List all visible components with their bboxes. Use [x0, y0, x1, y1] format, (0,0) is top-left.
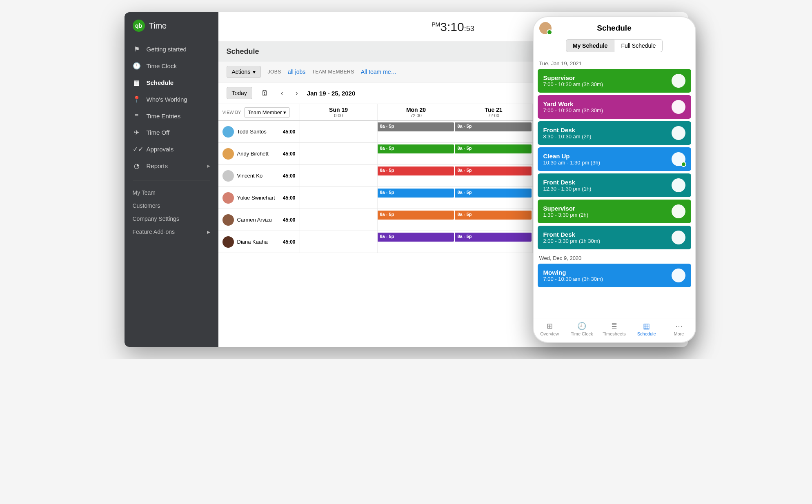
- sidebar-item-label: Company Settings: [133, 215, 179, 222]
- actions-button[interactable]: Actions ▾: [227, 66, 261, 78]
- shift-cell[interactable]: 8a - 5p: [455, 187, 533, 209]
- today-button[interactable]: Today: [227, 87, 252, 99]
- shift-block[interactable]: 8a - 5p: [378, 167, 454, 175]
- shift-block[interactable]: 8a - 5p: [455, 211, 532, 220]
- shift-block[interactable]: 8a - 5p: [455, 122, 532, 131]
- prev-week-button[interactable]: ‹: [278, 87, 287, 99]
- sidebar-item-who-s-working[interactable]: 📍Who's Working: [125, 91, 218, 108]
- sidebar-item-customers[interactable]: Customers: [125, 199, 218, 212]
- shift-cell[interactable]: 8a - 5p: [455, 231, 533, 253]
- mobile-nav-time-clock[interactable]: 🕘Time Clock: [566, 322, 598, 336]
- shift-block[interactable]: 8a - 5p: [455, 189, 532, 198]
- shift-cell[interactable]: 8a - 5p: [378, 165, 455, 187]
- card-subtitle: 12:30 - 1:30 pm (1h): [543, 186, 672, 192]
- mobile-nav-overview[interactable]: ⊞Overview: [534, 322, 566, 336]
- next-week-button[interactable]: ›: [292, 87, 301, 99]
- member-cell[interactable]: Yukie Swinehart45:00: [218, 187, 300, 209]
- clock-main: 3:10: [440, 20, 464, 33]
- sidebar-item-feature-add-ons[interactable]: Feature Add-ons▶: [125, 225, 218, 238]
- day-header[interactable]: Tue 2172:00: [455, 104, 533, 120]
- day-label: Tue 21: [455, 107, 532, 113]
- team-filter-label: TEAM MEMBERS: [312, 69, 354, 75]
- sidebar-item-getting-started[interactable]: ⚑Getting started: [125, 41, 218, 58]
- time-clock-icon: 🕘: [133, 62, 141, 70]
- member-name: Carmen Arvizu: [237, 217, 280, 223]
- sidebar-item-company-settings[interactable]: Company Settings: [125, 212, 218, 225]
- mobile-nav-label: More: [674, 331, 684, 336]
- member-name: Todd Santos: [237, 129, 280, 135]
- mobile-body[interactable]: Tue, Jan 19, 2021Supervisor7:00 - 10:30 …: [534, 57, 695, 318]
- avatar: [222, 236, 234, 248]
- team-filter-value[interactable]: All team me…: [361, 69, 397, 75]
- schedule-card[interactable]: Yard Work7:00 - 10:30 am (3h 30m): [538, 95, 691, 119]
- schedule-card[interactable]: Front Desk12:30 - 1:30 pm (1h): [538, 173, 691, 197]
- sidebar-item-time-entries[interactable]: ≡Time Entries: [125, 108, 218, 124]
- member-cell[interactable]: Carmen Arvizu45:00: [218, 209, 300, 231]
- jobs-filter-value[interactable]: all jobs: [288, 69, 306, 75]
- card-avatar: [672, 178, 685, 192]
- card-subtitle: 7:00 - 10:30 am (3h 30m): [543, 107, 672, 113]
- shift-cell[interactable]: 8a - 5p: [378, 143, 455, 164]
- shift-block[interactable]: 8a - 5p: [378, 144, 454, 153]
- day-header[interactable]: Mon 2072:00: [378, 104, 455, 120]
- calendar-icon[interactable]: 🗓: [258, 87, 272, 99]
- schedule-card[interactable]: Supervisor7:00 - 10:30 am (3h 30m): [538, 69, 691, 93]
- sidebar-item-approvals[interactable]: ✓✓Approvals: [125, 141, 218, 158]
- shift-block[interactable]: 8a - 5p: [455, 144, 532, 153]
- shift-cell[interactable]: [300, 121, 378, 142]
- shift-block[interactable]: 8a - 5p: [378, 233, 454, 242]
- chevron-right-icon: ▶: [207, 164, 210, 168]
- user-avatar[interactable]: [539, 22, 552, 34]
- schedule-card[interactable]: Front Desk2:00 - 3:30 pm (1h 30m): [538, 226, 691, 249]
- sidebar-item-time-off[interactable]: ✈Time Off: [125, 124, 218, 141]
- tab-full-schedule[interactable]: Full Schedule: [614, 39, 663, 52]
- shift-cell[interactable]: 8a - 5p: [378, 187, 455, 209]
- mobile-nav-more[interactable]: ⋯More: [663, 322, 695, 336]
- shift-cell[interactable]: [300, 231, 378, 253]
- card-title: Front Desk: [543, 231, 672, 238]
- shift-cell[interactable]: 8a - 5p: [455, 121, 533, 142]
- sidebar-item-schedule[interactable]: ▦Schedule: [125, 74, 218, 91]
- shift-cell[interactable]: 8a - 5p: [455, 165, 533, 187]
- card-subtitle: 1:30 - 3:30 pm (2h): [543, 212, 672, 218]
- shift-block[interactable]: 8a - 5p: [378, 189, 454, 198]
- shift-cell[interactable]: [300, 143, 378, 164]
- member-cell[interactable]: Andy Birchett45:00: [218, 143, 300, 164]
- schedule-card[interactable]: Mowing7:00 - 10:30 am (3h 30m): [538, 264, 691, 287]
- shift-cell[interactable]: 8a - 5p: [455, 209, 533, 231]
- shift-cell[interactable]: 8a - 5p: [378, 121, 455, 142]
- mobile-nav-timesheets[interactable]: ≣Timesheets: [598, 322, 630, 336]
- sidebar-item-my-team[interactable]: My Team: [125, 186, 218, 199]
- member-hours: 45:00: [283, 173, 296, 179]
- shift-cell[interactable]: 8a - 5p: [378, 231, 455, 253]
- schedule-card[interactable]: Clean Up10:30 am - 1:30 pm (3h): [538, 147, 691, 171]
- shift-block[interactable]: 8a - 5p: [455, 233, 532, 242]
- sidebar: qb Time ⚑Getting started🕘Time Clock▦Sche…: [125, 12, 218, 347]
- shift-cell[interactable]: 8a - 5p: [455, 143, 533, 164]
- shift-cell[interactable]: [300, 165, 378, 187]
- schedule-card[interactable]: Front Desk8:30 - 10:30 am (2h): [538, 121, 691, 145]
- mobile-nav: ⊞Overview🕘Time Clock≣Timesheets▦Schedule…: [534, 318, 695, 342]
- shift-block[interactable]: 8a - 5p: [455, 167, 532, 175]
- sidebar-item-time-clock[interactable]: 🕘Time Clock: [125, 58, 218, 74]
- mobile-preview: Schedule My Schedule Full Schedule Tue, …: [533, 16, 696, 343]
- mobile-nav-schedule[interactable]: ▦Schedule: [630, 322, 663, 336]
- member-hours: 45:00: [283, 239, 296, 245]
- member-cell[interactable]: Todd Santos45:00: [218, 121, 300, 142]
- day-label: Sun 19: [300, 107, 377, 113]
- shift-block[interactable]: 8a - 5p: [378, 211, 454, 220]
- tab-my-schedule[interactable]: My Schedule: [566, 39, 615, 52]
- shift-cell[interactable]: 8a - 5p: [378, 209, 455, 231]
- shift-cell[interactable]: [300, 187, 378, 209]
- member-hours: 45:00: [283, 217, 296, 223]
- sidebar-item-label: Feature Add-ons: [133, 229, 175, 235]
- sidebar-item-reports[interactable]: ◔Reports▶: [125, 158, 218, 174]
- day-header[interactable]: Sun 190:00: [300, 104, 378, 120]
- viewby-select[interactable]: Team Member▾: [244, 107, 290, 118]
- member-cell[interactable]: Vincent Ko45:00: [218, 165, 300, 187]
- member-cell[interactable]: Diana Kaaha45:00: [218, 231, 300, 253]
- avatar: [222, 126, 234, 138]
- schedule-card[interactable]: Supervisor1:30 - 3:30 pm (2h): [538, 200, 691, 223]
- shift-block[interactable]: 8a - 5p: [378, 122, 454, 131]
- shift-cell[interactable]: [300, 209, 378, 231]
